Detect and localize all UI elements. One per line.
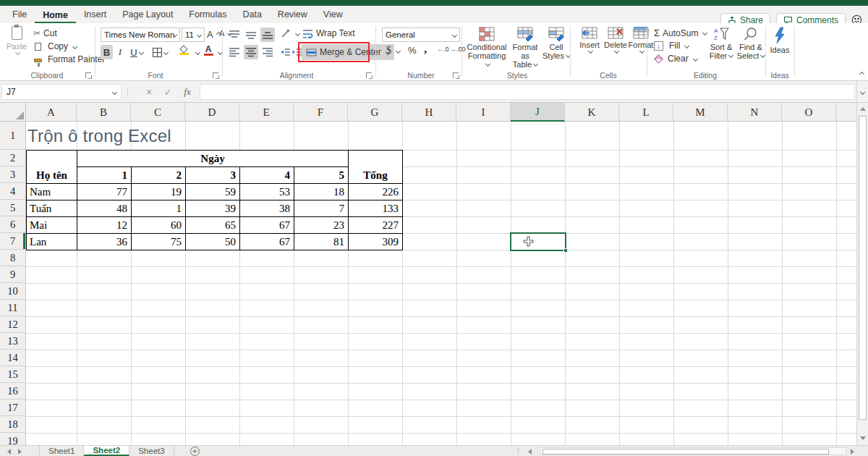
- table-cell[interactable]: 75: [132, 234, 186, 250]
- cancel-icon[interactable]: ×: [142, 84, 156, 100]
- formula-bar-splitter[interactable]: ⋮: [124, 84, 130, 100]
- cut-button[interactable]: ✂Cut: [33, 28, 57, 38]
- borders-button[interactable]: [150, 45, 169, 59]
- row-header-11[interactable]: 11: [0, 300, 25, 316]
- tab-view[interactable]: View: [315, 7, 351, 23]
- sheet-tab-sheet1[interactable]: Sheet1: [39, 446, 84, 456]
- font-dialog-launcher-icon[interactable]: [213, 72, 218, 78]
- table-cell[interactable]: 67: [240, 217, 294, 234]
- column-header-partial[interactable]: [836, 103, 856, 122]
- table-header-hoten[interactable]: Họ tên: [27, 151, 77, 184]
- row-header-5[interactable]: 5: [0, 200, 25, 216]
- table-cell[interactable]: 38: [240, 200, 294, 217]
- tab-insert[interactable]: Insert: [76, 7, 114, 23]
- align-right-button[interactable]: [260, 45, 275, 59]
- fill-handle[interactable]: [563, 248, 568, 253]
- scroll-down-icon[interactable]: [860, 436, 866, 440]
- tab-scroll-splitter[interactable]: ⋮: [515, 447, 522, 454]
- column-header-m[interactable]: M: [673, 103, 728, 122]
- table-cell[interactable]: 226: [349, 184, 403, 200]
- orientation-button[interactable]: [281, 29, 299, 38]
- increase-font-size-button[interactable]: A: [207, 29, 221, 40]
- align-bottom-button[interactable]: [260, 28, 275, 42]
- sheet-tab-sheet3[interactable]: Sheet3: [129, 446, 174, 456]
- row-header-9[interactable]: 9: [0, 266, 25, 283]
- collapse-ribbon-icon[interactable]: [859, 72, 864, 77]
- chevron-down-icon[interactable]: [195, 50, 200, 55]
- column-header-o[interactable]: O: [782, 103, 836, 122]
- tab-page-layout[interactable]: Page Layout: [114, 7, 181, 23]
- font-color-button[interactable]: A: [201, 43, 216, 58]
- column-header-b[interactable]: B: [77, 103, 131, 122]
- scroll-up-icon[interactable]: [860, 107, 866, 111]
- row-header-2[interactable]: 2: [0, 150, 25, 166]
- wrap-text-button[interactable]: Wrap Text: [302, 28, 355, 38]
- fill-button[interactable]: ↓Fill: [654, 41, 689, 51]
- row-header-6[interactable]: 6: [0, 216, 25, 233]
- fill-color-button[interactable]: [174, 43, 194, 58]
- table-cell[interactable]: 67: [240, 234, 294, 250]
- percent-style-button[interactable]: %: [408, 45, 417, 56]
- select-all-corner[interactable]: [0, 103, 26, 121]
- clipboard-dialog-launcher-icon[interactable]: [85, 72, 91, 78]
- table-cell[interactable]: 53: [240, 184, 294, 200]
- table-cell[interactable]: 23: [294, 217, 349, 234]
- tab-data[interactable]: Data: [234, 7, 269, 23]
- table-cell[interactable]: 60: [132, 217, 186, 234]
- table-cell[interactable]: 7: [294, 200, 349, 217]
- table-header-tong-merged[interactable]: Tổng: [349, 151, 403, 184]
- table-cell[interactable]: 4: [240, 167, 294, 184]
- horizontal-scrollbar-thumb[interactable]: [542, 449, 829, 455]
- new-sheet-button[interactable]: +: [190, 447, 200, 456]
- expand-formula-bar-button[interactable]: [856, 81, 868, 103]
- column-header-d[interactable]: D: [185, 103, 239, 122]
- ideas-button[interactable]: Ideas: [767, 27, 793, 54]
- align-center-button[interactable]: [244, 45, 258, 59]
- table-cell[interactable]: Tuấn: [27, 200, 77, 217]
- table-header-ngay-merged[interactable]: Ngày: [77, 151, 349, 167]
- table-cell[interactable]: Lan: [27, 234, 77, 250]
- sort-filter-button[interactable]: AZ Sort & Filter: [706, 27, 736, 60]
- table-cell[interactable]: 36: [77, 234, 132, 250]
- column-header-a[interactable]: A: [26, 103, 77, 122]
- insert-function-icon[interactable]: fx: [179, 84, 195, 100]
- row-header-15[interactable]: 15: [0, 366, 25, 383]
- decrease-indent-button[interactable]: [279, 45, 291, 59]
- table-cell[interactable]: 81: [294, 234, 349, 250]
- table-cell[interactable]: 39: [186, 200, 240, 217]
- find-select-button[interactable]: Find & Select: [736, 27, 765, 60]
- cell-styles-button[interactable]: Cell Styles: [542, 27, 570, 60]
- increase-indent-button[interactable]: [291, 45, 302, 59]
- conditional-formatting-button[interactable]: Conditional Formatting: [466, 27, 508, 69]
- cell-a1-title[interactable]: Trộn ô trong Excel: [27, 126, 171, 146]
- row-header-17[interactable]: 17: [0, 400, 25, 416]
- row-header-12[interactable]: 12: [0, 316, 25, 333]
- row-header-13[interactable]: 13: [0, 333, 25, 350]
- tab-home[interactable]: Home: [35, 7, 76, 24]
- column-header-l[interactable]: L: [619, 103, 673, 122]
- row-header-14[interactable]: 14: [0, 350, 25, 366]
- table-cell[interactable]: Nam: [27, 184, 77, 200]
- italic-button[interactable]: I: [115, 45, 125, 59]
- scroll-right-icon[interactable]: [851, 449, 854, 455]
- clear-button[interactable]: Clear: [654, 54, 697, 64]
- table-cell[interactable]: 50: [186, 234, 240, 250]
- number-dialog-launcher-icon[interactable]: [453, 72, 459, 78]
- column-header-c[interactable]: C: [131, 103, 185, 122]
- insert-cells-button[interactable]: Insert: [577, 27, 602, 53]
- row-header-10[interactable]: 10: [0, 283, 25, 300]
- number-format-combo[interactable]: General: [382, 28, 460, 42]
- accounting-format-button[interactable]: $: [386, 45, 400, 56]
- column-header-e[interactable]: E: [239, 103, 294, 122]
- bold-button[interactable]: B: [101, 45, 113, 59]
- table-cell[interactable]: 48: [77, 200, 132, 217]
- align-middle-button[interactable]: [244, 28, 258, 42]
- table-cell[interactable]: 1: [77, 167, 132, 184]
- align-left-button[interactable]: [227, 45, 242, 59]
- row-header-7-selected[interactable]: 7: [0, 233, 25, 250]
- formula-input[interactable]: [200, 84, 855, 100]
- prev-sheet-icon[interactable]: [7, 449, 11, 455]
- copy-button[interactable]: Copy: [33, 41, 77, 51]
- underline-button[interactable]: U: [127, 45, 146, 59]
- table-cell[interactable]: 12: [77, 217, 132, 234]
